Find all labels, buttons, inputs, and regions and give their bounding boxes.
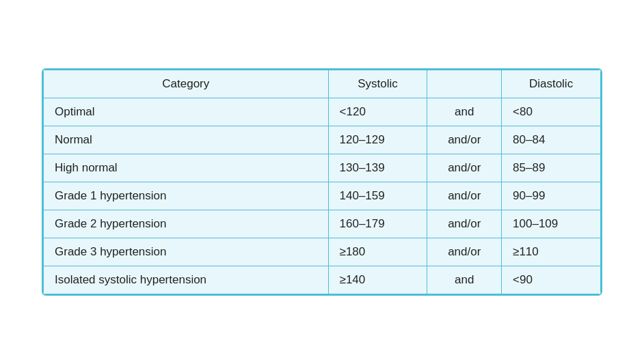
cell-diastolic: 90–99: [502, 182, 601, 210]
cell-category: Optimal: [44, 98, 329, 126]
cell-category: Normal: [44, 126, 329, 154]
cell-category: Grade 2 hypertension: [44, 210, 329, 238]
cell-diastolic: 100–109: [502, 210, 601, 238]
cell-connector: and: [427, 98, 502, 126]
cell-diastolic: <90: [502, 266, 601, 294]
table-row: Optimal<120and<80: [44, 98, 601, 126]
cell-systolic: 120–129: [328, 126, 427, 154]
cell-category: Grade 1 hypertension: [44, 182, 329, 210]
cell-connector: and/or: [427, 182, 502, 210]
table-row: Normal120–129and/or80–84: [44, 126, 601, 154]
cell-systolic: <120: [328, 98, 427, 126]
cell-diastolic: ≥110: [502, 238, 601, 266]
header-connector: [427, 70, 502, 98]
cell-diastolic: <80: [502, 98, 601, 126]
table-row: High normal130–139and/or85–89: [44, 154, 601, 182]
cell-category: Grade 3 hypertension: [44, 238, 329, 266]
blood-pressure-table: Category Systolic Diastolic Optimal<120a…: [43, 70, 601, 294]
cell-connector: and: [427, 266, 502, 294]
table-row: Grade 3 hypertension≥180and/or≥110: [44, 238, 601, 266]
table-row: Isolated systolic hypertension≥140and<90: [44, 266, 601, 294]
cell-diastolic: 85–89: [502, 154, 601, 182]
header-systolic: Systolic: [328, 70, 427, 98]
cell-category: Isolated systolic hypertension: [44, 266, 329, 294]
cell-category: High normal: [44, 154, 329, 182]
cell-connector: and/or: [427, 126, 502, 154]
cell-connector: and/or: [427, 154, 502, 182]
table-header-row: Category Systolic Diastolic: [44, 70, 601, 98]
cell-connector: and/or: [427, 210, 502, 238]
cell-systolic: ≥180: [328, 238, 427, 266]
cell-systolic: 160–179: [328, 210, 427, 238]
cell-systolic: ≥140: [328, 266, 427, 294]
table-row: Grade 1 hypertension140–159and/or90–99: [44, 182, 601, 210]
cell-systolic: 130–139: [328, 154, 427, 182]
cell-connector: and/or: [427, 238, 502, 266]
cell-diastolic: 80–84: [502, 126, 601, 154]
blood-pressure-table-wrapper: Category Systolic Diastolic Optimal<120a…: [42, 68, 602, 296]
header-category: Category: [44, 70, 329, 98]
table-row: Grade 2 hypertension160–179and/or100–109: [44, 210, 601, 238]
header-diastolic: Diastolic: [502, 70, 601, 98]
cell-systolic: 140–159: [328, 182, 427, 210]
